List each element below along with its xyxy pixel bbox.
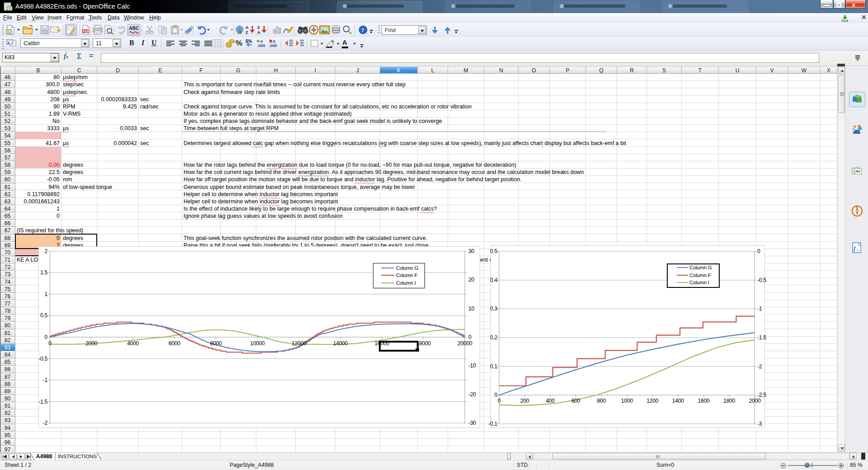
svg-text:A: A xyxy=(257,30,260,35)
svg-text:PDF: PDF xyxy=(83,30,90,33)
svg-text:N: N xyxy=(856,206,858,208)
svg-text:x: x xyxy=(856,248,859,252)
svg-text:.000: .000 xyxy=(257,43,265,48)
svg-text:A: A xyxy=(245,25,249,30)
svg-text:ABC: ABC xyxy=(118,25,127,30)
svg-text:ABC: ABC xyxy=(129,26,139,31)
svg-text:Z: Z xyxy=(245,30,248,35)
svg-text:Z: Z xyxy=(257,25,260,30)
svg-text:.000: .000 xyxy=(269,43,277,48)
svg-text:?: ? xyxy=(361,27,364,33)
